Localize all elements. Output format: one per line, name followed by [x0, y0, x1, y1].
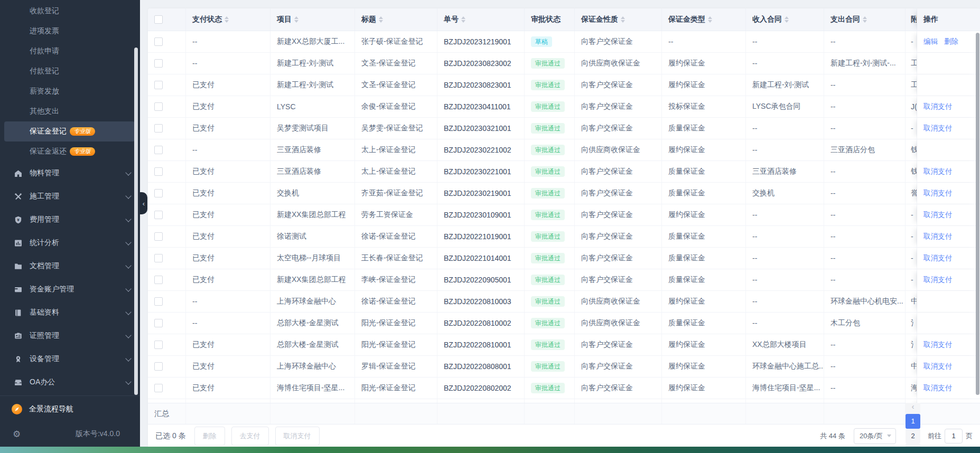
column-header-支付状态[interactable]: 支付状态 — [186, 8, 270, 31]
row-checkbox[interactable] — [154, 211, 163, 219]
sidebar-group-物料管理[interactable]: 物料管理 — [0, 162, 140, 185]
header-select-all-cell[interactable] — [148, 8, 186, 31]
action-link-取消支付[interactable]: 取消支付 — [923, 210, 952, 220]
cell-expense-contract: -- — [824, 378, 906, 399]
tools-icon — [14, 192, 22, 201]
column-header-单号[interactable]: 单号 — [437, 8, 525, 31]
column-header-收入合同[interactable]: 收入合同 — [746, 8, 824, 31]
action-link-取消支付[interactable]: 取消支付 — [923, 383, 952, 393]
cell-approval-status: 草稿 — [525, 31, 575, 52]
cell-attachment-clipped: - — [906, 31, 917, 52]
sidebar-group-文档管理[interactable]: 文档管理 — [0, 254, 140, 278]
sidebar-group-统计分析[interactable]: 统计分析 — [0, 231, 140, 254]
sidebar-scrollbar-thumb[interactable] — [134, 48, 138, 395]
row-checkbox[interactable] — [154, 297, 163, 306]
vertical-scrollbar-thumb[interactable] — [976, 33, 979, 395]
action-link-取消支付[interactable]: 取消支付 — [923, 340, 952, 350]
action-link-取消支付[interactable]: 取消支付 — [923, 188, 952, 198]
action-link-取消支付[interactable]: 取消支付 — [923, 275, 952, 285]
row-checkbox[interactable] — [154, 81, 163, 89]
row-checkbox[interactable] — [154, 37, 163, 46]
sidebar-item-process-navigation[interactable]: 全景流程导航 — [0, 398, 140, 421]
sidebar-item-3[interactable]: 付款登记 — [0, 61, 140, 81]
action-link-删除[interactable]: 删除 — [944, 37, 958, 46]
footer-button-去支付[interactable]: 去支付 — [231, 427, 269, 446]
sidebar-item-6[interactable]: 保证金登记专业版 — [4, 121, 135, 141]
cell-attachment-clipped: 氵 — [906, 334, 917, 355]
action-link-取消支付[interactable]: 取消支付 — [923, 124, 952, 133]
action-link-取消支付[interactable]: 取消支付 — [923, 167, 952, 176]
version-label: 版本号:v4.0.0 — [76, 429, 120, 439]
sidebar-group-资金账户管理[interactable]: 资金账户管理 — [0, 278, 140, 301]
action-link-取消支付[interactable]: 取消支付 — [923, 102, 952, 111]
column-header-项目[interactable]: 项目 — [270, 8, 355, 31]
row-checkbox[interactable] — [154, 124, 163, 133]
sidebar-item-7[interactable]: 保证金返还专业版 — [0, 141, 140, 162]
cell-approval-status: 审批通过 — [525, 269, 575, 290]
action-link-取消支付[interactable]: 取消支付 — [923, 362, 952, 371]
sidebar-group-label: 施工管理 — [30, 192, 126, 201]
cell-project: 太空电梯--月球项目 — [270, 248, 355, 269]
sidebar-item-1[interactable]: 进项发票 — [0, 21, 140, 41]
sidebar-item-4[interactable]: 薪资发放 — [0, 81, 140, 101]
page-size-select[interactable]: 20条/页 — [854, 428, 896, 444]
cell-income-contract: 新建工程-刘-测试 — [746, 74, 824, 96]
goto-page-input[interactable] — [945, 429, 963, 443]
row-checkbox[interactable] — [154, 341, 163, 349]
cell-title: 阳光-保证金登记 — [355, 399, 437, 403]
sidebar-collapse-handle[interactable]: ‹ — [140, 192, 147, 214]
cell-attachment-clipped: 钱 — [906, 161, 917, 182]
footer-button-删除[interactable]: 删除 — [194, 427, 225, 446]
column-header-label: 支付状态 — [192, 15, 222, 24]
cell-expense-contract: -- — [824, 31, 906, 52]
row-checkbox[interactable] — [154, 232, 163, 241]
footer-button-取消支付[interactable]: 取消支付 — [275, 427, 320, 446]
sidebar-item-5[interactable]: 其他支出 — [0, 101, 140, 121]
cell-deposit-nature: 向客户交保证金 — [575, 226, 662, 247]
sidebar-group-施工管理[interactable]: 施工管理 — [0, 185, 140, 208]
cell-approval-status: 审批通过 — [525, 378, 575, 399]
cell-expense-contract: -- — [824, 248, 906, 269]
cell-project: 总部大楼-金星测试 — [270, 334, 355, 355]
cell-actions — [917, 291, 980, 312]
row-checkbox[interactable] — [154, 59, 163, 68]
sidebar-item-2[interactable]: 付款申请 — [0, 41, 140, 61]
action-link-取消支付[interactable]: 取消支付 — [923, 232, 952, 241]
sidebar-group-OA办公[interactable]: OA办公 — [0, 371, 140, 394]
cell-approval-status: 审批通过 — [525, 334, 575, 355]
sidebar-item-0[interactable]: 收款登记 — [0, 1, 140, 21]
column-header-支出合同[interactable]: 支出合同 — [824, 8, 906, 31]
column-header-标题[interactable]: 标题 — [355, 8, 437, 31]
sort-caret-icon — [863, 16, 867, 23]
page-button-1[interactable]: 1 — [906, 414, 920, 429]
gear-icon[interactable]: ⚙ — [13, 429, 21, 440]
page-button-2[interactable]: 2 — [906, 429, 920, 443]
sidebar-group-费用管理[interactable]: ¥费用管理 — [0, 208, 140, 231]
row-checkbox[interactable] — [154, 319, 163, 327]
row-checkbox[interactable] — [154, 146, 163, 154]
row-checkbox[interactable] — [154, 167, 163, 176]
book-icon — [14, 308, 22, 317]
summary-cell — [437, 403, 525, 424]
row-checkbox[interactable] — [154, 384, 163, 392]
action-link-编辑[interactable]: 编辑 — [923, 37, 938, 46]
action-link-取消支付[interactable]: 取消支付 — [923, 253, 952, 263]
column-header-保证金类型[interactable]: 保证金类型 — [662, 8, 746, 31]
sidebar-group-设备管理[interactable]: 设备管理 — [0, 347, 140, 371]
row-checkbox[interactable] — [154, 276, 163, 284]
cell-income-contract: -- — [746, 248, 824, 269]
cell-pay-status: 已支付 — [186, 269, 270, 290]
sidebar-group-证照管理[interactable]: 证照管理 — [0, 324, 140, 347]
sidebar-group-基础资料[interactable]: 基础资料 — [0, 301, 140, 324]
row-checkbox[interactable] — [154, 102, 163, 111]
select-all-checkbox[interactable] — [154, 15, 163, 24]
row-checkbox[interactable] — [154, 362, 163, 371]
cell-actions: 取消支付 — [917, 204, 980, 225]
chevron-down-icon — [125, 193, 131, 199]
cell-order-no: BZJDJ20230823001 — [437, 74, 525, 96]
chevron-down-icon — [125, 332, 131, 338]
cell-attachment-clipped: 誉 — [906, 183, 917, 204]
row-checkbox[interactable] — [154, 254, 163, 262]
row-checkbox[interactable] — [154, 189, 163, 197]
column-header-保证金性质[interactable]: 保证金性质 — [575, 8, 662, 31]
